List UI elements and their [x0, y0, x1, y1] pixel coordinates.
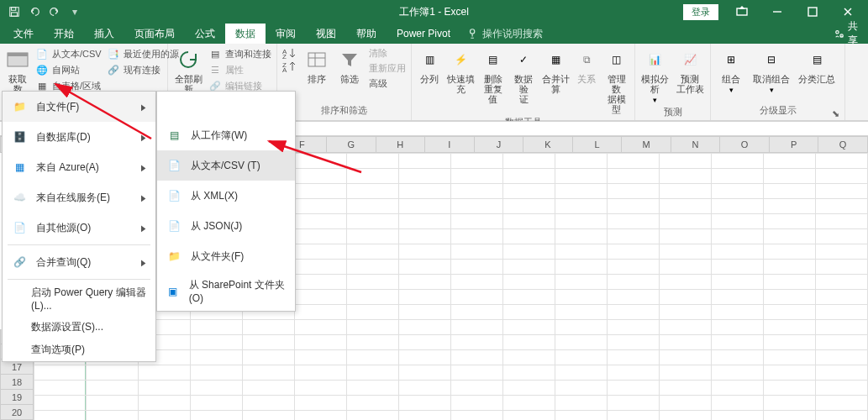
ungroup-btn[interactable]: ⊟取消组合▾ [751, 47, 792, 94]
col-header[interactable]: L [573, 136, 623, 153]
col-header[interactable]: G [327, 136, 376, 153]
from-file-submenu: ▤从工作簿(W) 📄从文本/CSV (T) 📄从 XML(X) 📄从 JSON(… [156, 91, 296, 312]
col-header[interactable]: O [720, 136, 770, 153]
tab-data[interactable]: 数据 [225, 24, 266, 44]
group-outline: ⊞组合▾ ⊟取消组合▾ ▤分类汇总 分级显示 ⬊ [711, 44, 845, 120]
sort-button[interactable]: 排序 [302, 47, 331, 84]
sharepoint-icon: ▣ [166, 283, 181, 300]
minimize-button[interactable] [760, 1, 794, 23]
chevron-right-icon: ▶ [141, 102, 146, 112]
ribbon-display-icon[interactable] [725, 1, 759, 23]
col-header[interactable]: M [622, 136, 671, 153]
undo-button[interactable] [25, 3, 44, 21]
dd-from-other[interactable]: 📄自其他源(O)▶ [3, 213, 155, 243]
col-header[interactable]: P [770, 136, 819, 153]
web-icon: 🌐 [35, 63, 49, 76]
dd-from-file[interactable]: 📁自文件(F)▶ [3, 92, 155, 122]
group-sort-filter: AZ ZA 排序 筛选 清除 重新应用 高级 排序和筛选 [277, 44, 412, 120]
text-file-icon: 📄 [166, 157, 182, 174]
col-header[interactable]: K [523, 136, 573, 153]
flash-fill[interactable]: ⚡快速填充 [447, 47, 476, 94]
queries-connections[interactable]: ▤查询和连接 [208, 47, 271, 60]
group-forecast: 📊模拟分析▾ 📈预测 工作表 预测 [635, 44, 711, 120]
filter-icon [337, 47, 362, 72]
tab-view[interactable]: 视图 [306, 24, 346, 44]
svg-rect-12 [8, 53, 28, 56]
dd-from-azure[interactable]: ▦来自 Azure(A)▶ [3, 152, 155, 182]
dd-from-database[interactable]: 🗄️自数据库(D)▶ [3, 122, 155, 152]
tab-power-pivot[interactable]: Power Pivot [387, 24, 460, 44]
data-validation[interactable]: ✓数据验 证 [511, 47, 537, 104]
filter-button[interactable]: 筛选 [336, 47, 365, 84]
from-web[interactable]: 🌐自网站 [35, 63, 102, 76]
other-source-icon: 📄 [11, 219, 28, 236]
login-button[interactable]: 登录 [683, 4, 718, 20]
tab-help[interactable]: 帮助 [346, 24, 387, 44]
tab-home[interactable]: 开始 [44, 24, 84, 44]
properties[interactable]: ☰属性 [208, 63, 271, 76]
col-header[interactable]: I [425, 136, 475, 153]
group-data-tools: ▥分列 ⚡快速填充 ▤删除 重复值 ✓数据验 证 ▦合并计算 ⧉关系 ◫管理数 … [412, 44, 635, 120]
qat-customize[interactable]: ▾ [66, 3, 84, 21]
relationships[interactable]: ⧉关系 [575, 47, 598, 84]
sm-from-folder[interactable]: 📁从文件夹(F) [157, 241, 295, 271]
quick-access-toolbar: ▾ [0, 3, 84, 21]
redo-button[interactable] [45, 3, 64, 21]
col-header[interactable]: N [671, 136, 721, 153]
tab-file[interactable]: 文件 [3, 24, 44, 44]
tell-me-search[interactable]: 操作说明搜索 [467, 24, 543, 44]
col-header[interactable]: H [376, 136, 426, 153]
sm-from-json[interactable]: 📄从 JSON(J) [157, 211, 295, 241]
svg-text:A: A [282, 66, 287, 72]
share-button[interactable]: 共享 [824, 24, 868, 44]
save-button[interactable] [5, 3, 24, 21]
window-title: 工作簿1 - Excel [399, 5, 469, 19]
row-header[interactable]: 18 [0, 375, 34, 390]
clear-filter[interactable]: 清除 [369, 47, 406, 60]
tab-review[interactable]: 审阅 [266, 24, 306, 44]
col-header[interactable]: Q [818, 136, 868, 153]
sm-from-xml[interactable]: 📄从 XML(X) [157, 181, 295, 211]
consolidate[interactable]: ▦合并计算 [542, 47, 571, 94]
svg-point-9 [836, 31, 839, 34]
dd-combine-queries[interactable]: 🔗合并查询(Q)▶ [3, 247, 155, 277]
sort-za[interactable]: ZA [282, 60, 297, 72]
svg-rect-1 [12, 8, 16, 11]
forecast-sheet[interactable]: 📈预测 工作表 [676, 47, 706, 94]
sort-az[interactable]: AZ [282, 47, 297, 59]
col-header[interactable]: J [475, 136, 524, 153]
manage-data-model[interactable]: ◫管理数 据模型 [603, 47, 629, 114]
outline-dialog-launcher[interactable]: ⬊ [832, 108, 842, 118]
tab-insert[interactable]: 插入 [84, 24, 124, 44]
connections-icon: 🔗 [107, 63, 120, 76]
dd-query-options[interactable]: 查询选项(P) [3, 339, 155, 361]
svg-rect-5 [808, 8, 817, 16]
sm-from-workbook[interactable]: ▤从工作簿(W) [157, 120, 295, 150]
online-icon: ☁️ [11, 189, 28, 206]
group-btn[interactable]: ⊞组合▾ [716, 47, 746, 94]
subtotal-btn[interactable]: ▤分类汇总 [797, 47, 837, 84]
reapply[interactable]: 重新应用 [369, 62, 406, 75]
row-header[interactable]: 19 [0, 390, 34, 405]
row-header[interactable]: 20 [0, 405, 34, 420]
maximize-button[interactable] [796, 1, 829, 23]
get-data-icon [5, 47, 30, 72]
what-if-analysis[interactable]: 📊模拟分析▾ [640, 47, 671, 104]
dd-from-online[interactable]: ☁️来自在线服务(E)▶ [3, 182, 155, 213]
dd-data-source-settings[interactable]: 数据源设置(S)... [3, 316, 155, 339]
svg-rect-17 [308, 53, 325, 66]
ribbon-tabs: 文件 开始 插入 页面布局 公式 数据 审阅 视图 帮助 Power Pivot… [0, 24, 868, 44]
sm-from-text-csv[interactable]: 📄从文本/CSV (T) [157, 150, 295, 181]
window-controls: 登录 [683, 1, 868, 23]
excel-file-icon: ▤ [166, 127, 182, 144]
dd-launch-pq[interactable]: 启动 Power Query 编辑器(L)... [3, 281, 155, 316]
tab-formulas[interactable]: 公式 [185, 24, 225, 44]
from-text-csv[interactable]: 📄从文本/CSV [35, 47, 102, 60]
folder-icon: 📁 [11, 98, 28, 115]
text-to-columns[interactable]: ▥分列 [417, 47, 442, 84]
tab-page-layout[interactable]: 页面布局 [124, 24, 185, 44]
sm-from-sharepoint-folder[interactable]: ▣从 SharePoint 文件夹(O) [157, 271, 295, 311]
advanced-filter[interactable]: 高级 [369, 77, 406, 90]
get-data-dropdown: 📁自文件(F)▶ 🗄️自数据库(D)▶ ▦来自 Azure(A)▶ ☁️来自在线… [2, 91, 156, 362]
remove-duplicates[interactable]: ▤删除 重复值 [481, 47, 506, 104]
